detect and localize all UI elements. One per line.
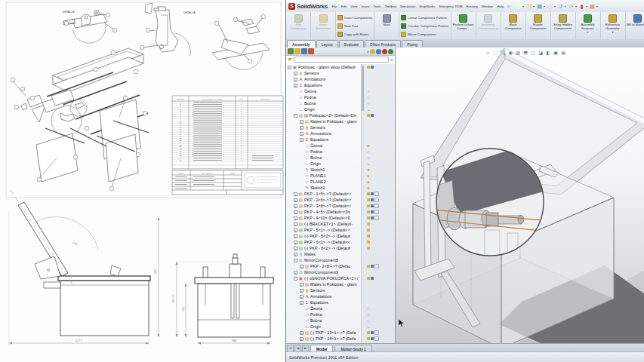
expand-icon[interactable]: + bbox=[300, 120, 304, 124]
tree-item[interactable]: ▱Čeona◇ bbox=[286, 305, 395, 311]
hidden-plane-icon[interactable]: ◇ bbox=[367, 149, 370, 155]
tree-item[interactable]: −⧉MirrorComponent5 bbox=[286, 257, 395, 263]
ribbon-button-mirror-components[interactable]: Mirror Components bbox=[401, 30, 448, 38]
menu-insert[interactable]: Insert bbox=[359, 3, 371, 10]
tree-item[interactable]: +▮Sensors bbox=[286, 70, 395, 76]
display-state-icon[interactable] bbox=[367, 337, 370, 340]
3d-viewport[interactable]: ◇⬚🔍◉▥⬒▢◪◧▣▤ bbox=[396, 48, 644, 343]
tree-item[interactable]: +ΣEquations bbox=[286, 137, 395, 143]
appearance-icon[interactable] bbox=[374, 204, 379, 208]
tree-item[interactable]: +▧(-) PKP - 13<1>->? (Defa bbox=[286, 330, 395, 336]
expand-icon[interactable]: + bbox=[300, 331, 304, 335]
tree-item[interactable]: +▮Sensors bbox=[286, 287, 395, 293]
tree-item[interactable]: +▤Mates in Poklopac - glavn bbox=[286, 118, 395, 124]
tree-item[interactable]: +ΣEquations bbox=[286, 82, 395, 88]
display-state-icon[interactable] bbox=[371, 265, 374, 268]
display-state-icon[interactable] bbox=[371, 66, 374, 69]
ribbon-button-feature-driven-compo-[interactable]: Feature Driven Compo... bbox=[452, 13, 475, 38]
expand-icon[interactable]: + bbox=[294, 235, 297, 238]
tree-item[interactable]: +▮Sensors bbox=[286, 124, 395, 130]
tree-item[interactable]: +▧PKP - 3<8>->? (Default<< bbox=[286, 203, 395, 209]
tree-item[interactable]: −▧(f) Poklopac<2> (Default<Dis bbox=[286, 112, 395, 118]
dropdown-caret-icon[interactable]: ▾ bbox=[565, 5, 566, 8]
tab-assembly[interactable]: Assembly bbox=[287, 40, 316, 48]
edit-appearance-icon[interactable]: ◧ bbox=[545, 50, 551, 56]
ribbon-button-insert-components[interactable]: Insert Components bbox=[337, 14, 372, 21]
collapse-icon[interactable]: − bbox=[294, 114, 297, 118]
expand-icon[interactable]: + bbox=[294, 216, 297, 220]
dropdown-caret-icon[interactable]: ▾ bbox=[533, 5, 535, 8]
origin-visibility-icon[interactable]: ∟ bbox=[367, 324, 371, 330]
display-state-icon[interactable] bbox=[367, 204, 370, 207]
ribbon-button-mate[interactable]: Mate bbox=[375, 13, 398, 38]
appearance-icon[interactable] bbox=[374, 198, 379, 202]
print-icon[interactable]: ⎙ bbox=[547, 3, 553, 10]
ribbon-button-bill-of-materials[interactable]: Bill of Materials bbox=[627, 13, 644, 38]
ribbon-button-rotate-component[interactable]: Rotate Component bbox=[527, 13, 550, 38]
collapse-icon[interactable]: − bbox=[288, 66, 291, 69]
tree-item[interactable]: +AAnnotations bbox=[286, 76, 395, 82]
hide-show-items-icon[interactable]: ◪ bbox=[538, 50, 544, 56]
expand-icon[interactable]: + bbox=[294, 229, 297, 232]
tab-layout[interactable]: Layout bbox=[316, 40, 338, 48]
tree-item[interactable]: ▱Podna◇ bbox=[286, 311, 395, 318]
display-state-icon[interactable] bbox=[367, 192, 370, 195]
display-style-icon[interactable]: ▢ bbox=[530, 50, 536, 56]
tree-item[interactable]: +▧PKP - 2<8>->? (Defau bbox=[286, 263, 395, 269]
display-state-icon[interactable] bbox=[371, 277, 374, 280]
display-mode-icon[interactable] bbox=[376, 49, 381, 54]
appearance-icon[interactable] bbox=[382, 49, 387, 54]
expand-icon[interactable]: + bbox=[294, 241, 297, 244]
collapse-icon[interactable]: − bbox=[294, 259, 297, 262]
tree-item[interactable]: +▧(-) PKP - 14<1>->? (Defa bbox=[286, 336, 395, 342]
menu-enterprise-pdm[interactable]: Enterprise PDM bbox=[437, 3, 464, 10]
expand-icon[interactable]: + bbox=[300, 132, 304, 136]
hidden-plane-icon[interactable]: ◇ bbox=[367, 311, 370, 318]
sketch-visibility-icon[interactable]: ◆ bbox=[367, 173, 370, 179]
options-gauge-icon[interactable]: ▮ bbox=[578, 3, 585, 10]
tree-item[interactable]: ∟Origin∟ bbox=[286, 161, 395, 167]
tree-item[interactable]: +▧PKP - 5<1> -> (Default<< bbox=[286, 227, 395, 233]
featuremanager-tree-icon[interactable] bbox=[288, 48, 294, 54]
menu-file[interactable]: File bbox=[330, 3, 339, 10]
origin-visibility-icon[interactable]: ∟ bbox=[367, 161, 371, 167]
hidden-plane-icon[interactable]: ◇ bbox=[367, 94, 370, 100]
display-state-icon[interactable] bbox=[367, 66, 370, 69]
expand-icon[interactable]: + bbox=[300, 138, 304, 142]
display-state-icon[interactable] bbox=[371, 204, 374, 207]
ribbon-button-reference-geometry[interactable]: Reference Geometry▾ bbox=[602, 13, 624, 38]
display-state-icon[interactable] bbox=[371, 198, 374, 201]
display-state-icon[interactable] bbox=[367, 210, 370, 213]
display-state-icon[interactable] bbox=[367, 222, 370, 225]
menu-shipworks[interactable]: ShipWorks bbox=[418, 3, 437, 10]
view-settings-icon[interactable]: ▤ bbox=[560, 50, 566, 56]
expand-icon[interactable]: + bbox=[300, 289, 304, 293]
display-state-icon[interactable] bbox=[371, 210, 374, 213]
appearance-icon[interactable] bbox=[374, 264, 379, 268]
tree-item[interactable]: −▣Poklopac - glavni sklop (Default- bbox=[286, 64, 395, 70]
tree-item[interactable]: +▧PKP - 6<1> -> (Default<< bbox=[286, 239, 395, 245]
tree-item[interactable]: ▱Bočna◇ bbox=[286, 100, 395, 106]
select-icon[interactable]: ◇ bbox=[485, 50, 491, 56]
expand-icon[interactable]: + bbox=[294, 247, 297, 250]
ribbon-button-new-part[interactable]: New Part bbox=[337, 22, 372, 29]
sketch-visibility-icon[interactable]: ◆ bbox=[367, 179, 370, 185]
tree-item[interactable]: ▱Čeona◆ bbox=[286, 143, 395, 149]
ribbon-button-copy-with-mates[interactable]: Copy with Mates bbox=[337, 30, 372, 38]
menu-pin-icon[interactable]: ⊙ bbox=[506, 4, 512, 8]
ribbon-button-circular-component-pattern[interactable]: Circular Component Pattern bbox=[401, 22, 448, 29]
display-state-icon[interactable] bbox=[367, 229, 370, 232]
tab-piping[interactable]: Piping bbox=[402, 40, 423, 48]
expand-icon[interactable]: + bbox=[300, 283, 304, 287]
tree-item[interactable]: ∟Origin∟ bbox=[286, 324, 395, 330]
menu-toolbox[interactable]: Toolbox bbox=[383, 3, 398, 10]
expand-icon[interactable]: + bbox=[294, 253, 297, 256]
appearance-icon[interactable] bbox=[374, 192, 379, 196]
menu-window[interactable]: Window bbox=[479, 3, 495, 10]
display-state-icon[interactable] bbox=[367, 235, 370, 238]
menu-tools[interactable]: Tools bbox=[371, 3, 383, 10]
tree-item[interactable]: ▱PLANE1◆ bbox=[286, 173, 395, 179]
display-state-icon[interactable] bbox=[371, 337, 374, 340]
display-state-icon[interactable] bbox=[367, 241, 370, 244]
expand-icon[interactable]: + bbox=[294, 192, 297, 196]
